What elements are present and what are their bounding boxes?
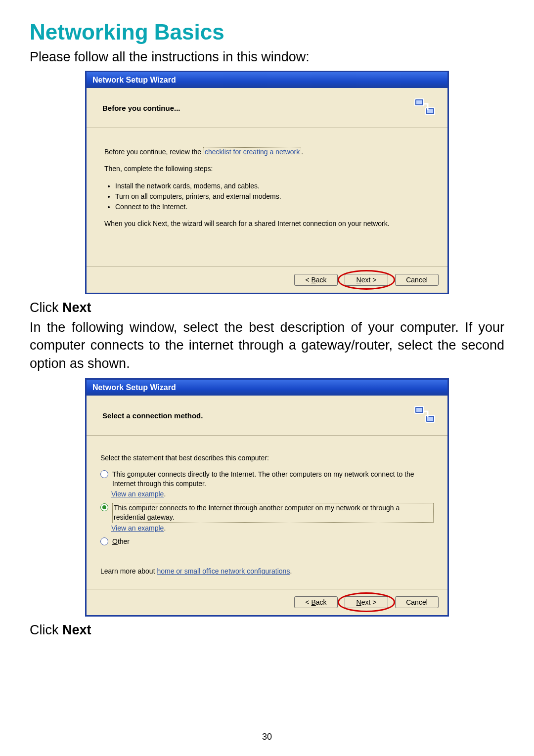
- next-button[interactable]: Next >: [345, 596, 388, 608]
- list-item: Connect to the Internet.: [115, 202, 430, 212]
- text: puter connects to the Internet through a…: [114, 504, 400, 521]
- text: Before you continue, review the: [104, 148, 203, 156]
- wizard-window-2: Network Setup Wizard Select a connection…: [85, 378, 449, 617]
- click-next-1: Click Next: [30, 300, 504, 315]
- text: Learn more about: [100, 567, 157, 575]
- svg-rect-5: [416, 408, 422, 412]
- next-button-wrap: Next >: [345, 596, 388, 608]
- link-text: View an example: [111, 490, 164, 498]
- radio-icon: [100, 537, 108, 545]
- text: B: [311, 598, 315, 606]
- intro-text: Please follow all the instructions in th…: [30, 49, 504, 65]
- radio-label: This computer connects directly to the I…: [112, 470, 434, 489]
- text: Next: [62, 300, 91, 315]
- next-button[interactable]: Next >: [345, 274, 388, 286]
- radio-option-direct[interactable]: This computer connects directly to the I…: [100, 470, 434, 489]
- wizard-header: Select a connection method.: [87, 396, 447, 435]
- wizard-body: Before you continue, review the checklis…: [87, 128, 447, 267]
- page-number: 30: [0, 732, 534, 742]
- wizard-window-1: Network Setup Wizard Before you continue…: [85, 71, 449, 294]
- text: N: [356, 276, 361, 284]
- list-item: Install the network cards, modems, and c…: [115, 181, 430, 191]
- wizard-body: Select the statement that best describes…: [87, 436, 447, 589]
- wizard-header-text: Before you continue...: [102, 104, 180, 112]
- text: omputer connects directly to the Interne…: [112, 470, 414, 488]
- radio-label: This computer connects to the Internet t…: [112, 503, 434, 523]
- text: N: [356, 598, 361, 606]
- wizard-header-text: Select a connection method.: [102, 411, 203, 420]
- text: <: [305, 598, 311, 606]
- text: B: [311, 276, 315, 284]
- description-text: In the following window, select the best…: [30, 318, 504, 372]
- text: ack: [316, 598, 327, 606]
- steps-list: Install the network cards, modems, and c…: [104, 181, 430, 212]
- text: Click: [30, 300, 62, 315]
- titlebar: Network Setup Wizard: [87, 72, 447, 88]
- back-button[interactable]: < Back: [294, 274, 338, 286]
- cancel-button[interactable]: Cancel: [395, 596, 439, 608]
- text: ther: [118, 537, 130, 545]
- text: <: [305, 276, 311, 284]
- radio-option-other[interactable]: Other: [100, 537, 434, 546]
- view-example-link-2[interactable]: View an example.: [111, 524, 434, 533]
- text: .: [164, 524, 166, 532]
- text: O: [112, 537, 118, 545]
- svg-rect-1: [416, 100, 422, 104]
- search-line: When you click Next, the wizard will sea…: [104, 219, 430, 228]
- text: This co: [114, 504, 136, 512]
- svg-rect-3: [427, 109, 433, 113]
- text: ext >: [361, 276, 377, 284]
- page-title: Networking Basics: [30, 20, 504, 44]
- svg-rect-7: [427, 417, 433, 421]
- learn-more-line: Learn more about home or small office ne…: [100, 567, 434, 576]
- text: .: [164, 490, 166, 498]
- text: Click: [30, 623, 62, 637]
- text: Next: [62, 623, 91, 637]
- cancel-button[interactable]: Cancel: [395, 274, 439, 286]
- learn-more-link[interactable]: home or small office network configurati…: [157, 567, 290, 575]
- button-bar: < Back Next > Cancel: [87, 267, 447, 293]
- back-button[interactable]: < Back: [294, 596, 338, 608]
- text: .: [301, 148, 303, 156]
- radio-icon: [100, 503, 108, 511]
- review-line: Before you continue, review the checklis…: [104, 147, 430, 157]
- radio-label: Other: [112, 537, 130, 546]
- button-bar: < Back Next > Cancel: [87, 589, 447, 615]
- then-line: Then, complete the following steps:: [104, 164, 430, 174]
- click-next-2: Click Next: [30, 623, 504, 638]
- prompt-text: Select the statement that best describes…: [100, 453, 434, 463]
- network-icon: [414, 96, 438, 120]
- text: ack: [316, 276, 327, 284]
- text: .: [290, 567, 292, 575]
- radio-option-gateway[interactable]: This computer connects to the Internet t…: [100, 503, 434, 523]
- list-item: Turn on all computers, printers, and ext…: [115, 191, 430, 201]
- text: m: [136, 504, 142, 512]
- network-icon: [414, 403, 438, 427]
- text: This: [112, 470, 127, 478]
- next-button-wrap: Next >: [345, 274, 388, 286]
- view-example-link-1[interactable]: View an example.: [111, 489, 434, 499]
- wizard-header: Before you continue...: [87, 88, 447, 128]
- text: ext >: [361, 598, 377, 606]
- checklist-link[interactable]: checklist for creating a network: [203, 147, 301, 156]
- radio-icon: [100, 470, 108, 478]
- titlebar: Network Setup Wizard: [87, 380, 447, 396]
- document-page: Networking Basics Please follow all the …: [0, 0, 534, 756]
- link-text: View an example: [111, 524, 164, 532]
